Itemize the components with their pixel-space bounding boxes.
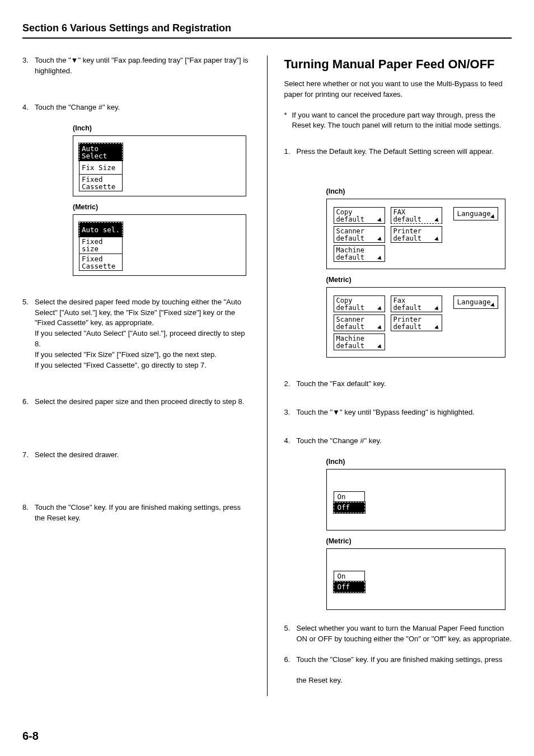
fax-default-button[interactable]: Fax default [391, 295, 442, 312]
step-7: 7. Select the desired drawer. [22, 450, 250, 461]
step-text: Press the Default key. The Default Setti… [297, 147, 512, 157]
step-number: 7. [22, 450, 35, 461]
chevron-icon [377, 344, 383, 350]
language-button[interactable]: Language [453, 207, 498, 220]
step-text: Touch the "Change #" key. [297, 436, 512, 447]
chevron-icon [377, 237, 383, 242]
step-number: 2. [284, 379, 297, 389]
printer-default-button[interactable]: Printer default [391, 314, 442, 331]
step-4: 4. Touch the "Change #" key. [22, 102, 250, 113]
step-text: Select the desired paper feed mode by to… [35, 297, 250, 371]
step-text: Select the desired paper size and then p… [35, 397, 250, 407]
auto-select-button[interactable]: Auto Select [79, 143, 123, 161]
step-5: 5. Select the desired paper feed mode by… [22, 297, 250, 371]
chevron-icon [434, 325, 440, 331]
step-text: Touch the "Close" key. If you are finish… [35, 503, 250, 524]
metric-panel: Auto sel. Fixed size Fixed Cassette [73, 214, 246, 276]
step-number: 4. [284, 436, 297, 447]
language-button[interactable]: Language [453, 295, 498, 309]
fix-size-button[interactable]: Fix Size [79, 160, 123, 175]
fax-default-button[interactable]: FAX default [391, 207, 442, 224]
auto-sel-button[interactable]: Auto sel. [79, 222, 123, 237]
chevron-icon [434, 306, 440, 312]
step-6: 6. Select the desired paper size and the… [22, 397, 250, 407]
step-text: Select the desired drawer. [35, 450, 250, 461]
asterisk: * [284, 110, 292, 132]
step-text: Touch the "Change #" key. [35, 102, 250, 113]
printer-default-button[interactable]: Printer default [391, 226, 442, 243]
step-number: 8. [22, 503, 35, 524]
step-text: Touch the "Close" key. If you are finish… [297, 655, 512, 665]
r-step-2: 2. Touch the "Fax default" key. [284, 379, 512, 389]
metric-label: (Metric) [73, 202, 250, 212]
chevron-icon [490, 303, 496, 308]
onoff-metric-panel: On Off [326, 548, 505, 610]
step-number: 5. [22, 297, 35, 371]
right-column: Turning Manual Paper Feed ON/OFF Select … [284, 55, 512, 696]
chevron-icon [490, 214, 496, 220]
off-button[interactable]: Off [334, 581, 365, 593]
fixed-cassette-button[interactable]: Fixed Cassette [79, 174, 123, 191]
metric-label: (Metric) [326, 536, 512, 546]
scanner-default-button[interactable]: Scanner default [334, 226, 385, 243]
intro-text: Select here whether or not you want to u… [284, 79, 512, 100]
defaults-inch-panel: Copy default FAX default Language Scanne… [326, 199, 505, 269]
step-text: Touch the "▼" key until "Fax pap.feeding… [35, 55, 250, 77]
note-text: If you want to cancel the procedure part… [292, 110, 512, 132]
r-step-4: 4. Touch the "Change #" key. [284, 436, 512, 447]
machine-default-button[interactable]: Machine default [334, 334, 385, 350]
r-step-6b: the Reset key. [284, 675, 512, 686]
copy-default-button[interactable]: Copy default [334, 295, 385, 312]
chevron-icon [377, 256, 383, 261]
chevron-icon [377, 218, 383, 223]
step-number: 5. [284, 623, 297, 645]
chevron-icon [377, 306, 383, 312]
step-3: 3. Touch the "▼" key until "Fax pap.feed… [22, 55, 250, 77]
r-step-5: 5. Select whether you want to turn the M… [284, 623, 512, 645]
step-8: 8. Touch the "Close" key. If you are fin… [22, 503, 250, 524]
fixed-size-button[interactable]: Fixed size [79, 236, 123, 253]
inch-label: (Inch) [326, 457, 512, 467]
note: * If you want to cancel the procedure pa… [284, 110, 512, 132]
step-text: Touch the "▼" key until "Bypass feeding"… [297, 407, 512, 418]
section-header: Section 6 Various Settings and Registrat… [22, 22, 512, 39]
chevron-icon [377, 325, 383, 331]
on-button[interactable]: On [334, 491, 365, 503]
step-text: Select whether you want to turn the Manu… [297, 623, 512, 645]
inch-label: (Inch) [326, 186, 512, 196]
copy-default-button[interactable]: Copy default [334, 207, 385, 224]
left-column: 3. Touch the "▼" key until "Fax pap.feed… [22, 55, 250, 696]
step-number: 6. [284, 655, 297, 665]
inch-panel: Auto Select Fix Size Fixed Cassette [73, 135, 246, 197]
step-number: 3. [22, 55, 35, 77]
r-step-3: 3. Touch the "▼" key until "Bypass feedi… [284, 407, 512, 418]
inch-label: (Inch) [73, 123, 250, 133]
column-divider [267, 55, 268, 696]
metric-label: (Metric) [326, 275, 512, 285]
right-title: Turning Manual Paper Feed ON/OFF [284, 55, 512, 73]
step-text: the Reset key. [297, 675, 512, 686]
step-number: 4. [22, 102, 35, 113]
step-text: Touch the "Fax default" key. [297, 379, 512, 389]
on-button[interactable]: On [334, 571, 365, 582]
step-number: 6. [22, 397, 35, 407]
page-number: 6-8 [22, 730, 39, 743]
step-number: 1. [284, 147, 297, 157]
off-button[interactable]: Off [334, 502, 365, 513]
chevron-icon [434, 218, 440, 223]
fixed-cassette-button[interactable]: Fixed Cassette [79, 253, 123, 271]
step-number: 3. [284, 407, 297, 418]
chevron-icon [434, 237, 440, 242]
defaults-metric-panel: Copy default Fax default Language Scanne… [326, 287, 505, 358]
scanner-default-button[interactable]: Scanner default [334, 314, 385, 331]
r-step-6: 6. Touch the "Close" key. If you are fin… [284, 655, 512, 665]
onoff-inch-panel: On Off [326, 469, 505, 530]
step-number [284, 675, 297, 686]
r-step-1: 1. Press the Default key. The Default Se… [284, 147, 512, 157]
machine-default-button[interactable]: Machine default [334, 245, 385, 262]
